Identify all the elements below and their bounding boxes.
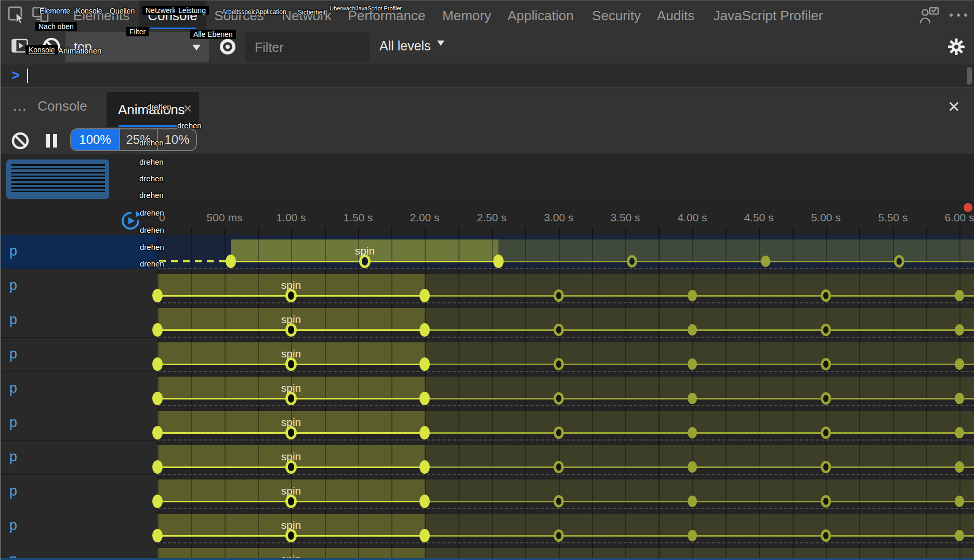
keyframe-dot[interactable] xyxy=(955,496,964,507)
animation-row[interactable]: pspin xyxy=(0,441,974,475)
animation-node-label[interactable]: p xyxy=(0,509,157,543)
animation-timeline-track[interactable]: spin xyxy=(157,303,974,338)
console-prompt[interactable]: > xyxy=(0,64,974,88)
animation-row[interactable]: pspin xyxy=(0,509,974,543)
keyframe-dot[interactable] xyxy=(955,324,964,336)
animation-node-label[interactable]: p xyxy=(0,441,157,475)
keyframe-dot[interactable] xyxy=(152,529,163,542)
tab-security[interactable]: Security xyxy=(592,8,641,24)
keyframe-dot[interactable] xyxy=(688,530,697,541)
keyframe-dot[interactable] xyxy=(821,529,831,542)
keyframe-dot[interactable] xyxy=(554,426,564,439)
playback-rate-100[interactable]: 100% xyxy=(71,129,119,150)
keyframe-dot[interactable] xyxy=(894,255,904,268)
keyframe-dot[interactable] xyxy=(688,290,697,301)
keyframe-dot[interactable] xyxy=(419,529,430,542)
animation-row[interactable]: pspin xyxy=(0,338,974,372)
tab-audits[interactable]: Audits xyxy=(657,8,694,24)
keyframe-dot[interactable] xyxy=(688,324,697,336)
animation-row[interactable]: pspin xyxy=(0,475,974,509)
keyframe-dot[interactable] xyxy=(554,529,564,542)
keyframe-dot[interactable] xyxy=(688,358,697,370)
scrollbar-thumb[interactable] xyxy=(967,67,972,85)
tab-application[interactable]: Application xyxy=(507,8,573,24)
keyframe-dot[interactable] xyxy=(955,461,964,473)
keyframe-dot[interactable] xyxy=(493,255,504,268)
animation-row[interactable]: pspin xyxy=(0,269,974,303)
keyframe-dot[interactable] xyxy=(821,426,831,439)
animation-node-label[interactable]: p xyxy=(0,475,157,509)
log-levels-dropdown[interactable]: All levels xyxy=(379,38,444,54)
animation-node-label[interactable]: p xyxy=(0,406,157,441)
inspect-icon[interactable] xyxy=(7,6,26,25)
keyframe-dot[interactable] xyxy=(419,323,430,337)
animation-timeline-track[interactable]: spin xyxy=(157,338,974,372)
keyframe-dot[interactable] xyxy=(688,427,697,438)
keyframe-dot[interactable] xyxy=(152,357,163,371)
keyframe-dot[interactable] xyxy=(226,255,236,268)
animation-row[interactable]: pspin xyxy=(0,406,974,441)
keyframe-dot[interactable] xyxy=(554,392,564,405)
more-options-icon[interactable] xyxy=(948,12,969,18)
keyframe-dot[interactable] xyxy=(821,495,831,508)
keyframe-dot[interactable] xyxy=(152,392,163,405)
animation-timeline-track[interactable]: spin xyxy=(157,475,974,509)
gear-icon[interactable] xyxy=(946,36,967,57)
animation-row[interactable]: pspin xyxy=(0,372,974,406)
keyframe-dot[interactable] xyxy=(688,496,697,507)
keyframe-dot[interactable] xyxy=(955,358,964,370)
animation-node-label[interactable]: p xyxy=(0,303,157,338)
keyframe-dot[interactable] xyxy=(554,324,564,336)
pause-icon[interactable] xyxy=(45,133,58,149)
keyframe-dot[interactable] xyxy=(419,357,430,371)
feedback-icon[interactable] xyxy=(919,7,940,24)
close-drawer-icon[interactable]: ✕ xyxy=(947,98,960,116)
animation-timeline-track[interactable]: spin xyxy=(157,269,974,303)
animation-timeline-track[interactable]: spin xyxy=(157,441,974,475)
keyframe-dot[interactable] xyxy=(152,495,163,508)
keyframe-dot[interactable] xyxy=(821,289,831,302)
keyframe-dot[interactable] xyxy=(761,256,770,267)
keyframe-dot[interactable] xyxy=(554,358,564,370)
clear-all-animations-icon[interactable] xyxy=(10,131,30,151)
animation-row[interactable]: pspin xyxy=(0,303,974,338)
drawer-tab-console[interactable]: Console xyxy=(37,98,87,114)
replay-icon[interactable] xyxy=(121,210,140,232)
animation-timeline-track[interactable]: spin xyxy=(157,406,974,441)
keyframe-dot[interactable] xyxy=(688,461,697,473)
filter-input[interactable] xyxy=(245,32,370,62)
drawer-more-icon[interactable]: ⋯ xyxy=(12,101,31,118)
keyframe-dot[interactable] xyxy=(419,460,430,474)
keyframe-dot[interactable] xyxy=(821,358,831,370)
animation-timeline-track[interactable]: spin xyxy=(157,372,974,406)
animation-node-label[interactable]: p xyxy=(0,338,157,372)
animation-timeline-track[interactable]: spin xyxy=(157,235,974,269)
animation-node-label[interactable]: p xyxy=(0,235,157,269)
eye-icon[interactable] xyxy=(218,37,237,56)
scrubber-dot[interactable] xyxy=(964,203,972,212)
keyframe-dot[interactable] xyxy=(955,290,964,301)
keyframe-dot[interactable] xyxy=(955,393,964,404)
keyframe-dot[interactable] xyxy=(955,427,964,438)
keyframe-dot[interactable] xyxy=(419,426,430,439)
keyframe-dot[interactable] xyxy=(821,461,831,473)
keyframe-dot[interactable] xyxy=(554,289,564,302)
keyframe-dot[interactable] xyxy=(554,495,564,508)
tab-memory[interactable]: Memory xyxy=(442,8,491,24)
close-tab-icon[interactable]: × xyxy=(183,100,192,117)
keyframe-dot[interactable] xyxy=(688,393,697,404)
animation-timeline-track[interactable]: spin xyxy=(157,509,974,543)
animation-node-label[interactable]: p xyxy=(0,269,157,303)
keyframe-dot[interactable] xyxy=(419,289,430,302)
keyframe-dot[interactable] xyxy=(152,460,163,474)
keyframe-dot[interactable] xyxy=(152,323,163,337)
animation-preview-thumbnail[interactable] xyxy=(6,159,109,199)
keyframe-dot[interactable] xyxy=(152,426,163,439)
keyframe-dot[interactable] xyxy=(955,530,964,541)
keyframe-dot[interactable] xyxy=(554,461,564,473)
keyframe-dot[interactable] xyxy=(419,495,430,508)
tab-javascript-profiler[interactable]: JavaScript Profiler xyxy=(714,8,823,24)
keyframe-dot[interactable] xyxy=(419,392,430,405)
keyframe-dot[interactable] xyxy=(821,392,831,405)
keyframe-dot[interactable] xyxy=(152,289,163,302)
